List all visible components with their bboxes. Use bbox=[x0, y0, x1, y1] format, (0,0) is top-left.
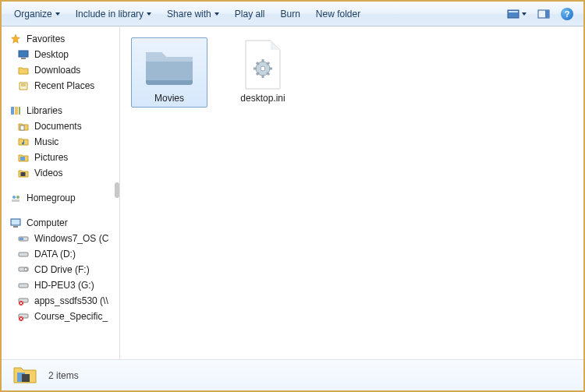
nav-header-favorites[interactable]: Favorites bbox=[2, 31, 119, 47]
desktop-icon bbox=[17, 48, 30, 61]
svg-rect-3 bbox=[545, 10, 549, 18]
play-label: Play all bbox=[235, 9, 265, 19]
svg-rect-4 bbox=[19, 51, 28, 57]
svg-rect-7 bbox=[15, 107, 18, 115]
nav-item-pictures[interactable]: Pictures bbox=[2, 150, 119, 165]
recent-icon bbox=[17, 79, 30, 92]
status-bar: 2 items bbox=[2, 359, 583, 390]
nav-item-recent-places[interactable]: Recent Places bbox=[2, 78, 119, 94]
chevron-down-icon bbox=[55, 12, 60, 16]
svg-rect-1 bbox=[509, 11, 518, 12]
svg-rect-24 bbox=[19, 284, 28, 288]
svg-point-30 bbox=[261, 66, 265, 71]
videos-icon bbox=[17, 167, 30, 179]
svg-rect-8 bbox=[19, 107, 20, 115]
status-folder-icon bbox=[12, 363, 37, 388]
computer-label: Computer bbox=[27, 217, 68, 228]
status-count: 2 items bbox=[48, 370, 79, 381]
nav-section-libraries: Libraries Documents Music Pictures Video… bbox=[2, 103, 119, 181]
pictures-icon bbox=[17, 151, 30, 164]
nav-item-videos[interactable]: Videos bbox=[2, 165, 119, 181]
drive-icon bbox=[17, 248, 30, 260]
burn-button[interactable]: Burn bbox=[274, 5, 306, 23]
svg-rect-21 bbox=[19, 253, 28, 256]
svg-rect-18 bbox=[13, 226, 18, 228]
chevron-down-icon bbox=[522, 12, 526, 16]
svg-rect-32 bbox=[22, 374, 30, 382]
main-area: Favorites Desktop Downloads Recent Place… bbox=[2, 26, 583, 359]
file-label: Movies bbox=[154, 93, 184, 104]
nav-label: Music bbox=[34, 136, 58, 147]
newfolder-label: New folder bbox=[316, 9, 360, 19]
homegroup-label: Homegroup bbox=[27, 192, 76, 203]
new-folder-button[interactable]: New folder bbox=[310, 5, 367, 23]
homegroup-icon bbox=[9, 192, 22, 204]
nav-label: HD-PEU3 (G:) bbox=[34, 280, 94, 291]
nav-item-drive-c[interactable]: Windows7_OS (C bbox=[2, 231, 119, 246]
organize-menu[interactable]: Organize bbox=[8, 5, 66, 23]
nav-item-network-2[interactable]: Course_Specific_ bbox=[2, 309, 119, 324]
svg-point-15 bbox=[16, 196, 20, 199]
help-button[interactable]: ? bbox=[557, 5, 577, 23]
computer-icon bbox=[9, 217, 22, 229]
svg-rect-11 bbox=[20, 172, 26, 176]
libraries-label: Libraries bbox=[27, 105, 62, 116]
folder-icon bbox=[141, 41, 197, 88]
nav-label: Documents bbox=[34, 121, 82, 132]
nav-item-network-1[interactable]: apps_ssdfs530 (\\ bbox=[2, 293, 119, 309]
preview-pane-button[interactable] bbox=[534, 7, 554, 21]
play-all-button[interactable]: Play all bbox=[229, 5, 271, 23]
nav-label: Videos bbox=[34, 168, 62, 178]
star-icon bbox=[9, 33, 22, 45]
nav-label: apps_ssdfs530 (\\ bbox=[34, 295, 108, 306]
nav-label: Desktop bbox=[34, 49, 69, 60]
nav-label: DATA (D:) bbox=[34, 249, 76, 260]
share-with-menu[interactable]: Share with bbox=[161, 5, 225, 23]
toolbar: Organize Include in library Share with P… bbox=[2, 2, 583, 26]
svg-rect-16 bbox=[12, 200, 20, 202]
nav-scrollbar[interactable] bbox=[115, 182, 119, 198]
nav-item-documents[interactable]: Documents bbox=[2, 118, 119, 134]
help-icon: ? bbox=[561, 8, 573, 20]
nav-section-favorites: Favorites Desktop Downloads Recent Place… bbox=[2, 31, 119, 94]
network-drive-error-icon bbox=[17, 295, 30, 307]
nav-item-downloads[interactable]: Downloads bbox=[2, 62, 119, 78]
svg-point-23 bbox=[24, 268, 27, 271]
nav-label: CD Drive (F:) bbox=[34, 264, 90, 275]
nav-item-music[interactable]: Music bbox=[2, 134, 119, 150]
music-icon bbox=[17, 136, 30, 148]
nav-label: Windows7_OS (C bbox=[34, 233, 108, 244]
preview-pane-icon bbox=[537, 9, 550, 19]
nav-item-desktop[interactable]: Desktop bbox=[2, 47, 119, 62]
include-in-library-menu[interactable]: Include in library bbox=[69, 5, 158, 23]
drive-icon bbox=[17, 279, 30, 291]
file-item-movies[interactable]: Movies bbox=[131, 37, 207, 108]
svg-rect-12 bbox=[20, 172, 21, 176]
view-options-button[interactable] bbox=[503, 7, 530, 21]
network-drive-error-icon bbox=[17, 310, 30, 323]
nav-header-homegroup[interactable]: Homegroup bbox=[2, 190, 119, 206]
nav-item-drive-g[interactable]: HD-PEU3 (G:) bbox=[2, 277, 119, 293]
drive-icon bbox=[17, 232, 30, 245]
svg-rect-13 bbox=[25, 172, 26, 176]
svg-rect-17 bbox=[11, 219, 20, 225]
nav-item-drive-f[interactable]: CD Drive (F:) bbox=[2, 262, 119, 277]
nav-item-drive-d[interactable]: DATA (D:) bbox=[2, 246, 119, 262]
burn-label: Burn bbox=[280, 9, 300, 19]
nav-label: Course_Specific_ bbox=[34, 311, 108, 322]
libraries-icon bbox=[9, 104, 22, 117]
documents-icon bbox=[17, 120, 30, 132]
favorites-label: Favorites bbox=[27, 34, 65, 44]
share-label: Share with bbox=[167, 9, 211, 19]
content-pane[interactable]: Movies desktop.ini bbox=[120, 26, 583, 359]
navigation-pane: Favorites Desktop Downloads Recent Place… bbox=[2, 26, 120, 359]
nav-header-computer[interactable]: Computer bbox=[2, 215, 119, 231]
nav-header-libraries[interactable]: Libraries bbox=[2, 103, 119, 118]
organize-label: Organize bbox=[14, 9, 52, 19]
file-label: desktop.ini bbox=[240, 93, 285, 104]
file-item-desktop-ini[interactable]: desktop.ini bbox=[225, 37, 301, 108]
svg-rect-20 bbox=[20, 238, 23, 240]
include-label: Include in library bbox=[76, 9, 144, 19]
svg-rect-10 bbox=[20, 157, 25, 161]
nav-label: Pictures bbox=[34, 152, 68, 163]
